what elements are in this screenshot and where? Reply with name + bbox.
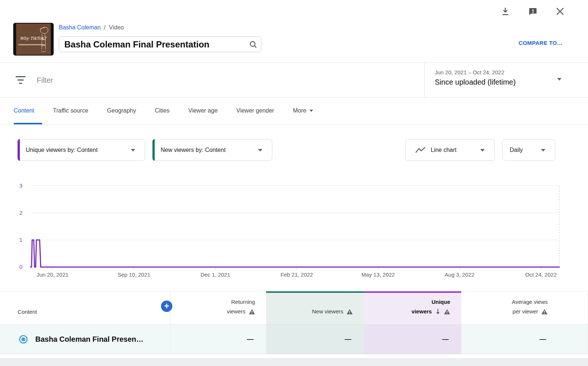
column-header-average-views[interactable]: Average views per viewer [461, 291, 559, 325]
chart-type-label: Line chart [431, 147, 456, 153]
row-radio-selected[interactable] [19, 335, 28, 344]
y-axis-label: 3 [19, 182, 22, 189]
teal-accent-bar [153, 139, 155, 161]
column-header-spacer [559, 291, 588, 325]
column-header-content[interactable]: Content [0, 291, 171, 325]
warning-icon [249, 309, 255, 315]
x-axis-label: Aug 3, 2022 [445, 271, 474, 278]
metric-picker-unique-viewers[interactable]: Unique viewers by: Content [17, 139, 145, 161]
chart-type-selector[interactable]: Line chart [405, 139, 495, 161]
breadcrumb: Basha Coleman / Video [59, 24, 124, 31]
metric-picker-label: New viewers by: Content [161, 147, 226, 153]
video-search-input[interactable] [59, 39, 245, 50]
chevron-down-icon [258, 149, 262, 152]
add-content-button[interactable]: + [161, 301, 172, 312]
y-axis-label: 0 [19, 264, 22, 270]
table-row-content-cell[interactable]: Basha Coleman Final Presen… [0, 325, 171, 354]
divider [424, 63, 425, 97]
row-video-title: Basha Coleman Final Presen… [35, 335, 144, 344]
thumbnail-sketch-figure [37, 25, 50, 54]
line-chart: 0123Jun 20, 2021Sep 10, 2021Dec 1, 2021F… [0, 169, 588, 280]
cell-average-views: — [461, 325, 559, 354]
sort-descending-icon: ↓ [435, 307, 441, 316]
tab-viewer-gender[interactable]: Viewer gender [236, 107, 274, 114]
search-icon[interactable] [245, 37, 261, 52]
x-axis-label: Jun 20, 2021 [37, 271, 69, 278]
x-axis-label: Feb 21, 2022 [280, 271, 313, 278]
cell-new-viewers: — [266, 325, 364, 354]
warning-icon [541, 309, 548, 315]
column-header-new-viewers[interactable]: New viewers [266, 291, 364, 325]
tab-viewer-age[interactable]: Viewer age [188, 107, 218, 114]
analytics-modal: Why TikTok? Basha Coleman / Video COMPAR… [0, 0, 588, 366]
filter-input[interactable] [37, 74, 368, 87]
date-range-selector[interactable]: Jun 20, 2021 – Oct 24, 2022 Since upload… [435, 69, 516, 86]
chevron-down-icon [131, 149, 135, 152]
thumbnail-slide: Why TikTok? [16, 24, 51, 55]
x-axis-label: Oct 24, 2022 [525, 271, 557, 278]
metric-picker-new-viewers[interactable]: New viewers by: Content [152, 139, 272, 161]
column-header-unique-viewers[interactable]: Unique viewers ↓ [364, 291, 461, 325]
column-header-returning-viewers[interactable]: Returning viewers [171, 291, 266, 325]
compare-to-link[interactable]: COMPARE TO… [508, 40, 563, 46]
date-preset-text: Since uploaded (lifetime) [435, 78, 516, 86]
cell-unique-viewers: — [364, 325, 461, 354]
tab-content[interactable]: Content [14, 107, 34, 114]
x-axis-label: Dec 1, 2021 [201, 271, 230, 278]
date-range-text: Jun 20, 2021 – Oct 24, 2022 [435, 69, 516, 75]
purple-accent-bar [18, 139, 20, 161]
y-axis-label: 2 [19, 210, 22, 216]
cell-spacer [559, 325, 588, 354]
x-axis-label: Sep 10, 2021 [118, 271, 150, 278]
tab-more[interactable]: More [293, 107, 313, 114]
tab-traffic-source[interactable]: Traffic source [53, 107, 88, 114]
chevron-down-icon [557, 78, 562, 81]
content-table: Content Returning viewers New viewers Un… [0, 291, 588, 354]
x-axis-label: May 13, 2022 [362, 271, 395, 278]
analytics-tabs: Content Traffic source Geography Cities … [14, 97, 313, 124]
video-search-box [59, 36, 261, 52]
close-icon[interactable] [554, 5, 566, 18]
chart-series-line [31, 240, 559, 267]
interval-label: Daily [510, 147, 523, 153]
breadcrumb-section: Video [109, 24, 124, 31]
interval-selector[interactable]: Daily [502, 139, 555, 161]
y-axis-label: 1 [19, 237, 22, 243]
filter-icon [15, 75, 25, 85]
cell-returning-viewers: — [171, 325, 266, 354]
breadcrumb-channel-link[interactable]: Basha Coleman [59, 24, 101, 31]
chevron-down-icon [480, 149, 485, 152]
divider [0, 63, 588, 63]
chevron-down-icon [309, 110, 313, 112]
tab-cities[interactable]: Cities [155, 107, 169, 114]
metric-picker-label: Unique viewers by: Content [26, 147, 98, 153]
line-chart-icon [415, 147, 426, 153]
feedback-icon[interactable] [527, 5, 539, 18]
divider [0, 124, 588, 125]
download-icon[interactable] [499, 5, 512, 18]
page-bottom-band [0, 358, 588, 366]
tab-geography[interactable]: Geography [107, 107, 136, 114]
warning-icon [347, 309, 353, 315]
warning-icon [444, 309, 450, 315]
video-thumbnail: Why TikTok? [13, 23, 54, 56]
chevron-down-icon [541, 149, 545, 152]
breadcrumb-separator: / [104, 24, 105, 31]
